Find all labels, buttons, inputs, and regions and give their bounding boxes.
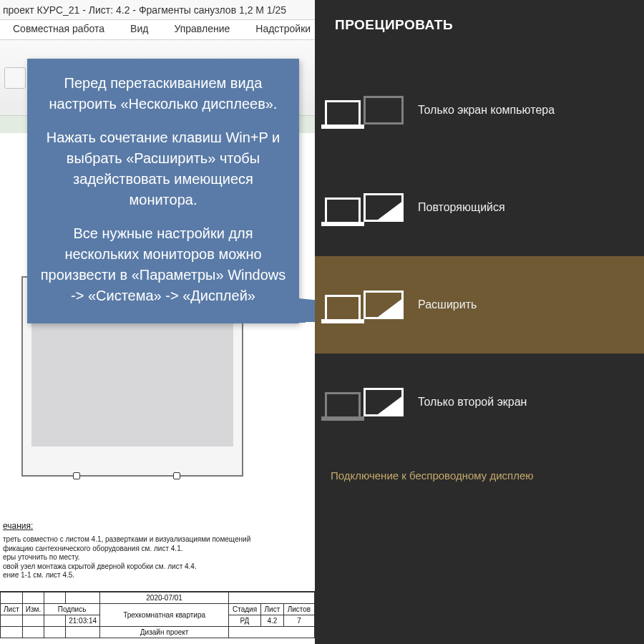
tb-sheets-h: Листов <box>283 604 314 615</box>
callout-text: Нажать сочетание клавиш Win+P и выбрать … <box>40 127 286 210</box>
tb-sheet: 4.2 <box>260 615 283 627</box>
callout-text: Перед перетаскиванием вида настроить «Не… <box>40 73 286 114</box>
option-label: Расширить <box>418 298 477 311</box>
callout-text: Все нужные настройки для нескольких мони… <box>40 223 286 306</box>
toolbar-icon[interactable] <box>4 67 26 89</box>
drag-handle[interactable] <box>173 472 180 479</box>
tb-h-sheet: Лист <box>1 604 23 615</box>
drag-handle[interactable] <box>73 472 80 479</box>
tb-stage-h: Стадия <box>229 604 261 615</box>
monitor-icon <box>364 193 404 222</box>
tb-h-sign: Подпись <box>44 604 100 615</box>
menu-manage[interactable]: Управление <box>161 20 243 39</box>
monitor-icon <box>364 291 404 319</box>
tb-stage: РД <box>229 615 261 627</box>
tb-date: 2020-07/01 <box>100 592 229 604</box>
laptop-icon <box>325 392 361 416</box>
sheet-notes: ечания: треть совместно с листом 4.1, ра… <box>0 519 308 582</box>
note-line: овой узел монтажа скрытой дверной коробк… <box>3 562 305 572</box>
monitor-icon <box>364 388 404 416</box>
project-option-duplicate[interactable]: Повторяющийся <box>315 159 644 256</box>
menu-addins[interactable]: Надстройки <box>243 20 323 39</box>
laptop-icon <box>325 100 361 125</box>
tb-sheets: 7 <box>283 615 314 627</box>
menu-collab[interactable]: Совместная работа <box>0 20 117 39</box>
option-label: Только экран компьютера <box>418 104 555 117</box>
project-option-pc-only[interactable]: Только экран компьютера <box>315 62 644 159</box>
note-line: еры уточнить по месту. <box>3 553 305 562</box>
tb-design: Дизайн проект <box>100 627 229 638</box>
monitor-icon <box>364 96 404 125</box>
option-label: Только второй экран <box>418 396 527 409</box>
note-line: ение 1-1 см. лист 4.5. <box>3 571 305 580</box>
note-line: фикацию сантехнического оборудования см.… <box>3 545 305 554</box>
project-option-extend[interactable]: Расширить <box>315 256 644 353</box>
note-line: треть совместно с листом 4.1, разверткам… <box>3 535 305 545</box>
laptop-icon <box>325 295 361 319</box>
project-panel: ПРОЕЦИРОВАТЬ Только экран компьютера Пов… <box>315 0 644 644</box>
tb-project: Трехкомнатная квартира <box>100 604 229 627</box>
tb-h-rev: Изм. <box>22 604 44 615</box>
panel-title: ПРОЕЦИРОВАТЬ <box>315 0 644 62</box>
option-label: Повторяющийся <box>418 201 505 214</box>
instruction-callout: Перед перетаскиванием вида настроить «Не… <box>27 59 299 323</box>
project-option-second-only[interactable]: Только второй экран <box>315 353 644 451</box>
laptop-icon <box>325 197 361 222</box>
connect-wireless-link[interactable]: Подключение к беспроводному дисплею <box>315 451 644 500</box>
tb-sheet-h: Лист <box>260 604 283 615</box>
menu-view[interactable]: Вид <box>117 20 161 39</box>
title-block: 2020-07/01 Лист Изм. Подпись Трехкомнатн… <box>0 591 315 638</box>
notes-heading: ечания: <box>3 521 305 531</box>
tb-time: 21:03:14 <box>66 615 100 627</box>
